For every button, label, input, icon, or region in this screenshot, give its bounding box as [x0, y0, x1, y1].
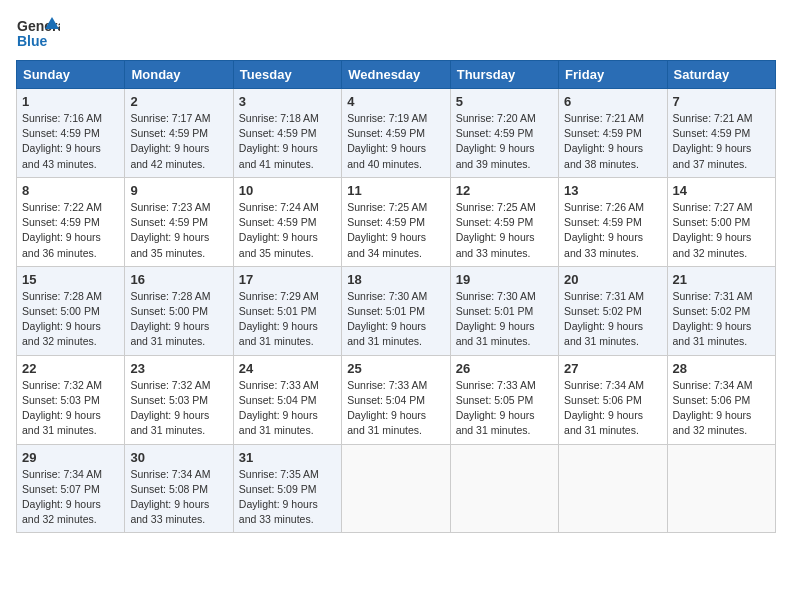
calendar-day-cell: 25 Sunrise: 7:33 AM Sunset: 5:04 PM Dayl… [342, 355, 450, 444]
calendar-day-cell: 12 Sunrise: 7:25 AM Sunset: 4:59 PM Dayl… [450, 177, 558, 266]
calendar-day-cell [559, 444, 667, 533]
calendar-day-cell: 31 Sunrise: 7:35 AM Sunset: 5:09 PM Dayl… [233, 444, 341, 533]
calendar-day-cell: 30 Sunrise: 7:34 AM Sunset: 5:08 PM Dayl… [125, 444, 233, 533]
calendar-day-cell: 6 Sunrise: 7:21 AM Sunset: 4:59 PM Dayli… [559, 89, 667, 178]
day-number: 23 [130, 361, 227, 376]
day-info: Sunrise: 7:33 AM Sunset: 5:04 PM Dayligh… [239, 378, 336, 439]
day-number: 18 [347, 272, 444, 287]
day-number: 24 [239, 361, 336, 376]
day-info: Sunrise: 7:23 AM Sunset: 4:59 PM Dayligh… [130, 200, 227, 261]
day-info: Sunrise: 7:31 AM Sunset: 5:02 PM Dayligh… [564, 289, 661, 350]
day-info: Sunrise: 7:29 AM Sunset: 5:01 PM Dayligh… [239, 289, 336, 350]
calendar-day-cell: 4 Sunrise: 7:19 AM Sunset: 4:59 PM Dayli… [342, 89, 450, 178]
day-info: Sunrise: 7:34 AM Sunset: 5:06 PM Dayligh… [673, 378, 770, 439]
calendar-day-cell: 8 Sunrise: 7:22 AM Sunset: 4:59 PM Dayli… [17, 177, 125, 266]
day-number: 16 [130, 272, 227, 287]
day-number: 19 [456, 272, 553, 287]
day-number: 28 [673, 361, 770, 376]
calendar-table: SundayMondayTuesdayWednesdayThursdayFrid… [16, 60, 776, 533]
logo: General Blue [16, 16, 60, 52]
day-info: Sunrise: 7:19 AM Sunset: 4:59 PM Dayligh… [347, 111, 444, 172]
day-info: Sunrise: 7:27 AM Sunset: 5:00 PM Dayligh… [673, 200, 770, 261]
calendar-day-cell: 5 Sunrise: 7:20 AM Sunset: 4:59 PM Dayli… [450, 89, 558, 178]
weekday-header-sunday: Sunday [17, 61, 125, 89]
calendar-day-cell: 16 Sunrise: 7:28 AM Sunset: 5:00 PM Dayl… [125, 266, 233, 355]
calendar-day-cell: 28 Sunrise: 7:34 AM Sunset: 5:06 PM Dayl… [667, 355, 775, 444]
day-info: Sunrise: 7:25 AM Sunset: 4:59 PM Dayligh… [347, 200, 444, 261]
weekday-header-wednesday: Wednesday [342, 61, 450, 89]
day-info: Sunrise: 7:25 AM Sunset: 4:59 PM Dayligh… [456, 200, 553, 261]
day-info: Sunrise: 7:32 AM Sunset: 5:03 PM Dayligh… [22, 378, 119, 439]
day-number: 5 [456, 94, 553, 109]
day-info: Sunrise: 7:34 AM Sunset: 5:06 PM Dayligh… [564, 378, 661, 439]
weekday-header-tuesday: Tuesday [233, 61, 341, 89]
day-number: 6 [564, 94, 661, 109]
day-info: Sunrise: 7:33 AM Sunset: 5:04 PM Dayligh… [347, 378, 444, 439]
calendar-day-cell [342, 444, 450, 533]
calendar-day-cell: 2 Sunrise: 7:17 AM Sunset: 4:59 PM Dayli… [125, 89, 233, 178]
day-info: Sunrise: 7:26 AM Sunset: 4:59 PM Dayligh… [564, 200, 661, 261]
day-number: 4 [347, 94, 444, 109]
day-number: 15 [22, 272, 119, 287]
day-number: 20 [564, 272, 661, 287]
calendar-day-cell: 7 Sunrise: 7:21 AM Sunset: 4:59 PM Dayli… [667, 89, 775, 178]
calendar-day-cell: 17 Sunrise: 7:29 AM Sunset: 5:01 PM Dayl… [233, 266, 341, 355]
svg-text:Blue: Blue [17, 33, 48, 49]
day-info: Sunrise: 7:34 AM Sunset: 5:08 PM Dayligh… [130, 467, 227, 528]
day-number: 13 [564, 183, 661, 198]
calendar-day-cell: 23 Sunrise: 7:32 AM Sunset: 5:03 PM Dayl… [125, 355, 233, 444]
day-info: Sunrise: 7:16 AM Sunset: 4:59 PM Dayligh… [22, 111, 119, 172]
calendar-day-cell: 29 Sunrise: 7:34 AM Sunset: 5:07 PM Dayl… [17, 444, 125, 533]
weekday-header-row: SundayMondayTuesdayWednesdayThursdayFrid… [17, 61, 776, 89]
calendar-day-cell: 1 Sunrise: 7:16 AM Sunset: 4:59 PM Dayli… [17, 89, 125, 178]
weekday-header-thursday: Thursday [450, 61, 558, 89]
calendar-day-cell: 22 Sunrise: 7:32 AM Sunset: 5:03 PM Dayl… [17, 355, 125, 444]
day-info: Sunrise: 7:30 AM Sunset: 5:01 PM Dayligh… [456, 289, 553, 350]
calendar-day-cell [667, 444, 775, 533]
day-number: 22 [22, 361, 119, 376]
day-number: 26 [456, 361, 553, 376]
calendar-day-cell: 27 Sunrise: 7:34 AM Sunset: 5:06 PM Dayl… [559, 355, 667, 444]
day-number: 17 [239, 272, 336, 287]
day-number: 11 [347, 183, 444, 198]
calendar-week-row: 1 Sunrise: 7:16 AM Sunset: 4:59 PM Dayli… [17, 89, 776, 178]
day-number: 8 [22, 183, 119, 198]
calendar-day-cell: 24 Sunrise: 7:33 AM Sunset: 5:04 PM Dayl… [233, 355, 341, 444]
calendar-day-cell: 18 Sunrise: 7:30 AM Sunset: 5:01 PM Dayl… [342, 266, 450, 355]
day-number: 2 [130, 94, 227, 109]
day-info: Sunrise: 7:34 AM Sunset: 5:07 PM Dayligh… [22, 467, 119, 528]
calendar-week-row: 22 Sunrise: 7:32 AM Sunset: 5:03 PM Dayl… [17, 355, 776, 444]
day-info: Sunrise: 7:31 AM Sunset: 5:02 PM Dayligh… [673, 289, 770, 350]
day-info: Sunrise: 7:33 AM Sunset: 5:05 PM Dayligh… [456, 378, 553, 439]
day-info: Sunrise: 7:28 AM Sunset: 5:00 PM Dayligh… [130, 289, 227, 350]
day-info: Sunrise: 7:28 AM Sunset: 5:00 PM Dayligh… [22, 289, 119, 350]
calendar-day-cell [450, 444, 558, 533]
calendar-day-cell: 14 Sunrise: 7:27 AM Sunset: 5:00 PM Dayl… [667, 177, 775, 266]
day-number: 21 [673, 272, 770, 287]
day-number: 14 [673, 183, 770, 198]
day-number: 12 [456, 183, 553, 198]
day-number: 31 [239, 450, 336, 465]
day-info: Sunrise: 7:24 AM Sunset: 4:59 PM Dayligh… [239, 200, 336, 261]
day-info: Sunrise: 7:17 AM Sunset: 4:59 PM Dayligh… [130, 111, 227, 172]
weekday-header-friday: Friday [559, 61, 667, 89]
day-info: Sunrise: 7:20 AM Sunset: 4:59 PM Dayligh… [456, 111, 553, 172]
calendar-day-cell: 21 Sunrise: 7:31 AM Sunset: 5:02 PM Dayl… [667, 266, 775, 355]
calendar-week-row: 15 Sunrise: 7:28 AM Sunset: 5:00 PM Dayl… [17, 266, 776, 355]
weekday-header-monday: Monday [125, 61, 233, 89]
day-number: 3 [239, 94, 336, 109]
day-info: Sunrise: 7:32 AM Sunset: 5:03 PM Dayligh… [130, 378, 227, 439]
day-number: 7 [673, 94, 770, 109]
day-info: Sunrise: 7:21 AM Sunset: 4:59 PM Dayligh… [564, 111, 661, 172]
day-info: Sunrise: 7:30 AM Sunset: 5:01 PM Dayligh… [347, 289, 444, 350]
day-number: 29 [22, 450, 119, 465]
day-number: 30 [130, 450, 227, 465]
day-number: 9 [130, 183, 227, 198]
day-info: Sunrise: 7:18 AM Sunset: 4:59 PM Dayligh… [239, 111, 336, 172]
calendar-day-cell: 19 Sunrise: 7:30 AM Sunset: 5:01 PM Dayl… [450, 266, 558, 355]
calendar-day-cell: 9 Sunrise: 7:23 AM Sunset: 4:59 PM Dayli… [125, 177, 233, 266]
calendar-day-cell: 15 Sunrise: 7:28 AM Sunset: 5:00 PM Dayl… [17, 266, 125, 355]
page-header: General Blue [16, 16, 776, 52]
logo-svg: General Blue [16, 16, 60, 52]
calendar-day-cell: 26 Sunrise: 7:33 AM Sunset: 5:05 PM Dayl… [450, 355, 558, 444]
